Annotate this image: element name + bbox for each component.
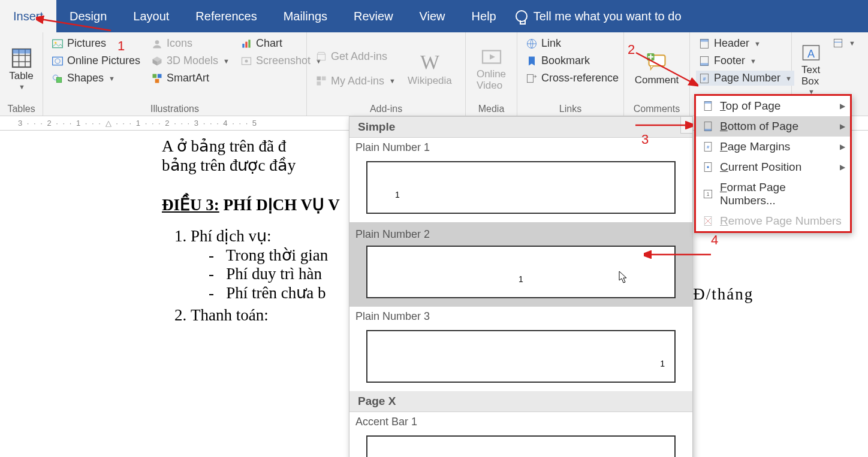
svg-rect-8 xyxy=(53,57,63,65)
menu-label: age Margins xyxy=(728,140,791,153)
quickparts-button[interactable]: ▼ xyxy=(830,36,858,50)
chevron-down-icon: ▼ xyxy=(754,40,761,47)
menu-remove-page-numbers: Remove Page Numbers xyxy=(696,211,850,231)
annotation-arrow-4 xyxy=(644,250,716,259)
doc-heading: PHÍ DỊCH VỤ V xyxy=(219,196,340,214)
gallery-item-accent1[interactable] xyxy=(349,431,692,457)
wikipedia-icon: W xyxy=(420,51,439,74)
menu-page-margins[interactable]: # Page Margins ▶ xyxy=(696,137,850,157)
smartart-button[interactable]: SmartArt xyxy=(149,71,232,86)
svg-point-9 xyxy=(55,58,60,63)
store-icon xyxy=(315,50,327,62)
menu-current-position[interactable]: Current Position ▶ xyxy=(696,157,850,177)
pictures-button[interactable]: Pictures xyxy=(49,36,143,51)
tab-help[interactable]: Help xyxy=(459,0,510,32)
tab-review[interactable]: Review xyxy=(340,0,406,32)
svg-text:#: # xyxy=(707,144,710,150)
3d-models-button[interactable]: 3D Models▼ xyxy=(149,53,232,68)
chart-label: Chart xyxy=(256,37,282,50)
screenshot-label: Screenshot xyxy=(256,55,311,67)
page-number-button[interactable]: # Page Number▼ xyxy=(696,71,794,86)
icons-label: Icons xyxy=(167,37,192,50)
svg-line-60 xyxy=(636,53,692,83)
wikipedia-button[interactable]: W Wikipedia xyxy=(404,36,456,101)
svg-point-23 xyxy=(245,59,248,62)
smartart-label: SmartArt xyxy=(167,72,209,84)
svg-rect-18 xyxy=(155,78,159,83)
group-comments-label: Comments xyxy=(630,101,683,114)
gallery-item-plain2[interactable]: Plain Number 2 1 xyxy=(349,222,692,307)
gallery-item-plain3[interactable]: 1 xyxy=(349,325,692,391)
gallery-item-label: Plain Number 2 xyxy=(355,225,686,243)
online-video-label: Online Video xyxy=(477,69,506,91)
chevron-right-icon: ▶ xyxy=(840,163,845,171)
3d-models-label: 3D Models xyxy=(167,55,218,67)
bookmark-icon xyxy=(526,55,538,67)
tab-view[interactable]: View xyxy=(406,0,459,32)
menu-top-of-page[interactable]: Top of Page ▶ xyxy=(696,96,850,116)
chevron-down-icon: ▼ xyxy=(849,40,855,47)
my-addins-button[interactable]: My Add-ins▼ xyxy=(313,74,398,89)
tell-me-label: Tell me what you want to do xyxy=(534,10,682,23)
svg-rect-20 xyxy=(245,41,247,47)
icons-icon xyxy=(151,38,163,50)
pictures-label: Pictures xyxy=(67,37,106,50)
online-video-button[interactable]: Online Video xyxy=(472,36,511,101)
bookmark-label: Bookmark xyxy=(541,55,590,67)
shapes-label: Shapes xyxy=(67,72,104,84)
video-icon xyxy=(481,46,502,68)
annotation-arrow-3 xyxy=(633,121,693,129)
gallery-header-pagex: Page X xyxy=(349,391,692,412)
tab-references[interactable]: References xyxy=(182,0,270,32)
bookmark-button[interactable]: Bookmark xyxy=(523,53,621,68)
svg-rect-21 xyxy=(248,40,250,47)
header-button[interactable]: Header▼ xyxy=(696,36,794,51)
chevron-down-icon: ▼ xyxy=(785,75,792,82)
page-number-label: Page Number xyxy=(714,72,780,84)
footer-button[interactable]: Footer▼ xyxy=(696,53,794,68)
svg-rect-39 xyxy=(700,63,708,65)
svg-point-12 xyxy=(155,40,159,44)
menu-label: urrent Position xyxy=(728,161,802,173)
group-tables: Table ▼ Tables xyxy=(0,32,43,116)
tell-me-search[interactable]: Tell me what you want to do xyxy=(510,0,695,32)
annotation-arrow-2 xyxy=(632,49,698,87)
svg-rect-17 xyxy=(158,74,162,78)
shapes-button[interactable]: Shapes▼ xyxy=(49,71,143,86)
get-addins-button[interactable]: Get Add-ins xyxy=(313,49,398,64)
header-label: Header xyxy=(714,37,749,50)
group-illustrations: Pictures Online Pictures Shapes▼ Icons xyxy=(43,32,307,116)
group-media: Online Video Media xyxy=(466,32,517,116)
link-button[interactable]: Link xyxy=(523,36,621,51)
textbox-label: Text Box xyxy=(801,65,820,87)
tab-mailings[interactable]: Mailings xyxy=(270,0,340,32)
menu-format-page-numbers[interactable]: 1 Format Page Numbers... xyxy=(696,177,850,211)
gallery-item-label: Plain Number 3 xyxy=(349,307,692,325)
menu-bottom-of-page[interactable]: Bottom of Page ▶ xyxy=(696,116,850,137)
online-pictures-button[interactable]: Online Pictures xyxy=(49,53,143,68)
table-button[interactable]: Table ▼ xyxy=(6,36,37,101)
textbox-button[interactable]: A Text Box▼ xyxy=(798,36,824,101)
crossref-icon xyxy=(526,72,538,84)
link-icon xyxy=(526,38,538,50)
svg-rect-49 xyxy=(704,129,712,131)
svg-point-53 xyxy=(707,166,709,168)
crossref-button[interactable]: Cross-reference xyxy=(523,71,621,86)
svg-rect-44 xyxy=(834,39,842,47)
icons-button[interactable]: Icons xyxy=(149,36,232,51)
online-pictures-icon xyxy=(52,55,64,67)
menu-label: op of Page xyxy=(726,99,781,112)
menu-label: ormat Page Numbers... xyxy=(720,181,786,207)
annotation-number-4: 4 xyxy=(711,232,718,248)
menu-label: emove Page Numbers xyxy=(728,214,842,227)
cube-icon xyxy=(151,55,163,67)
lightbulb-icon xyxy=(516,10,528,22)
doc-list-item: Thanh toán: xyxy=(191,306,269,324)
gallery-item-label: Accent Bar 1 xyxy=(349,412,692,431)
link-label: Link xyxy=(541,37,561,50)
svg-rect-26 xyxy=(322,77,326,81)
tab-layout[interactable]: Layout xyxy=(120,0,182,32)
group-tables-label: Tables xyxy=(6,101,37,114)
picture-icon xyxy=(52,38,64,50)
gallery-item-plain1[interactable]: 1 xyxy=(349,156,692,222)
